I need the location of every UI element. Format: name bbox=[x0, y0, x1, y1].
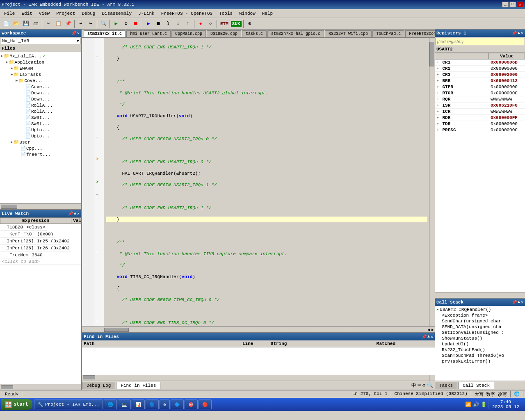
tree-lsxtasks[interactable]: ▶ 📁 LsxTasks bbox=[1, 71, 80, 78]
tree-cove2[interactable]: 📄 Cove... bbox=[1, 84, 80, 90]
find-pin[interactable]: 📌 bbox=[422, 334, 427, 339]
save-button[interactable]: 💾 bbox=[21, 19, 30, 28]
breakpoint-button[interactable]: ● bbox=[196, 19, 205, 28]
tab-tasks[interactable]: Tasks bbox=[435, 382, 457, 389]
tab-call-stack[interactable]: Call Stack bbox=[458, 382, 494, 389]
reg-row-rqr[interactable]: + RQR WWWWWWWW bbox=[435, 96, 525, 103]
taskbar-item-iar[interactable]: 🔧 Project - IAR Emb... bbox=[34, 399, 103, 409]
code-hscroll[interactable]: ◀ ▶ bbox=[82, 326, 435, 332]
register-search-input[interactable] bbox=[436, 38, 524, 45]
tree-down2[interactable]: 📄 Down... bbox=[1, 96, 80, 102]
tree-application[interactable]: ▶ 📁 Application bbox=[1, 59, 80, 65]
step-out-button[interactable]: ↑ bbox=[183, 19, 192, 28]
taskbar-item-app5[interactable]: ⚙ bbox=[160, 399, 170, 409]
reg-pin[interactable]: 📌 bbox=[512, 31, 517, 36]
tree-swst2[interactable]: 📄 SwSt... bbox=[1, 121, 80, 127]
scroll-left-icon[interactable]: ◀ bbox=[427, 327, 431, 332]
menu-view[interactable]: View bbox=[37, 10, 52, 17]
taskbar-item-app8[interactable]: 🔴 bbox=[199, 399, 212, 409]
live-watch-pin[interactable]: 📌 bbox=[68, 211, 73, 216]
tree-uplo2[interactable]: 📄 UpLo... bbox=[1, 133, 80, 139]
tree-root[interactable]: ▶ 📁 Mx_Hal_IA... ✓ bbox=[1, 53, 80, 59]
watch-row-t18b20[interactable]: + T18B20 <class> bbox=[0, 224, 71, 231]
collapse-btn3[interactable]: − bbox=[96, 193, 98, 197]
collapse-btn1[interactable]: − bbox=[96, 55, 98, 59]
taskbar-item-app2[interactable]: 💻 bbox=[118, 399, 131, 409]
stack-item-prvtaskexit[interactable]: prvTaskExitError() bbox=[436, 358, 524, 364]
menu-tools[interactable]: Tools bbox=[217, 10, 235, 17]
maximize-button[interactable]: □ bbox=[509, 2, 516, 7]
stack-item-sendchar[interactable]: SendChar(unsigned char bbox=[436, 318, 524, 324]
stack-item-updateui[interactable]: UpdateUI() bbox=[436, 341, 524, 347]
watch-hscroll-thumb[interactable] bbox=[1, 385, 13, 389]
menu-help[interactable]: Help bbox=[260, 10, 275, 17]
watch-hscroll[interactable] bbox=[0, 384, 81, 390]
find-close[interactable]: ✕ bbox=[431, 334, 433, 339]
tab-ds18b20[interactable]: DS18B20.cpp bbox=[207, 30, 241, 37]
click-to-add-label[interactable]: <click to add> bbox=[0, 259, 82, 265]
tab-hal-gpio[interactable]: stm32h7xx_hal_gpio.c bbox=[267, 30, 324, 37]
stack-item-usart2[interactable]: ➤USART2_IRQHandler() bbox=[436, 307, 524, 313]
workspace-dropdown[interactable]: Mx_Hal_IAR ▼ bbox=[1, 38, 80, 44]
menu-debug[interactable]: Debug bbox=[79, 10, 98, 17]
tab-tasks[interactable]: tasks.c bbox=[242, 30, 267, 37]
collapse-btn2[interactable]: − bbox=[96, 135, 98, 140]
reg-row-brr[interactable]: + BRR 0x00000412 bbox=[435, 78, 525, 84]
stop-button[interactable]: ⏹ bbox=[131, 19, 140, 28]
stack-item-scanthread[interactable]: ScanTouchPad_Thread6(vo bbox=[436, 353, 524, 358]
kb-icon[interactable]: ⌨ bbox=[418, 382, 421, 388]
stack-item-senddata[interactable]: SEND_DATA(unsigned cha bbox=[436, 324, 524, 330]
stack-item-rs232touchpad[interactable]: Rs232_TouchPad() bbox=[436, 347, 524, 353]
reg-row-presc[interactable]: + PRESC 0x00000000 bbox=[435, 127, 525, 133]
workspace-hscroll[interactable] bbox=[0, 203, 81, 209]
copy-button[interactable]: 📋 bbox=[54, 19, 63, 28]
tree-swst1[interactable]: 📄 SwSt... bbox=[1, 114, 80, 121]
stack-item-showrunstatus[interactable]: ShowRunStatus() bbox=[436, 336, 524, 341]
reg-row-rdr[interactable]: + RDR 0x000000FF bbox=[435, 115, 525, 121]
workspace-close[interactable]: ✕ bbox=[77, 31, 80, 36]
step-into-button[interactable]: ↓ bbox=[173, 19, 183, 28]
reg-expand[interactable]: ▲ bbox=[518, 31, 520, 36]
tree-freert[interactable]: 📄 freert... bbox=[1, 151, 80, 158]
paste-button[interactable]: 📌 bbox=[64, 19, 73, 28]
live-watch-expand[interactable]: ▲ bbox=[74, 211, 76, 216]
watch-row-kert[interactable]: KerT '\0' (0x00) bbox=[0, 231, 71, 238]
tree-user[interactable]: ▶ 📁 User bbox=[1, 139, 80, 145]
taskbar-item-app4[interactable]: 🔵 bbox=[146, 399, 159, 409]
menu-disassembly[interactable]: Disassembly bbox=[99, 10, 134, 17]
reg-row-gtpr[interactable]: + GTPR 0x00000000 bbox=[435, 84, 525, 90]
tab-stm32h7xx-it[interactable]: stm32h7xx_it.c bbox=[84, 30, 126, 37]
tab-find-in-files[interactable]: Find in Files bbox=[116, 382, 160, 389]
tab-hmi-user-uart[interactable]: hmi_user_uart.c bbox=[126, 30, 171, 37]
toolbar-settings[interactable]: ⚙ bbox=[245, 19, 254, 28]
save-all-button[interactable]: 🗃 bbox=[31, 19, 40, 28]
undo-button[interactable]: ↩ bbox=[76, 19, 85, 28]
hscroll-thumb[interactable] bbox=[1, 205, 17, 209]
menu-file[interactable]: File bbox=[2, 10, 17, 17]
debug-stop-button[interactable]: ⏹ bbox=[154, 19, 163, 28]
find-button[interactable]: 🔍 bbox=[99, 19, 108, 28]
code-hscroll-thumb[interactable] bbox=[104, 328, 129, 332]
reg-row-cr2[interactable]: + CR2 0x00000000 bbox=[435, 66, 525, 72]
cs-close[interactable]: ✕ bbox=[521, 300, 523, 305]
vscroll-thumb[interactable] bbox=[429, 42, 434, 66]
find-scroll-bar[interactable] bbox=[82, 375, 429, 381]
tab-rs232at[interactable]: RS232AT_Wifi.cpp bbox=[325, 30, 372, 37]
redo-button[interactable]: ↪ bbox=[86, 19, 95, 28]
tree-cpp[interactable]: 📄 Cpp... bbox=[1, 145, 80, 151]
debug-start-button[interactable]: ▶ bbox=[144, 19, 153, 28]
find-expand[interactable]: ▲ bbox=[427, 334, 430, 339]
tree-ewarm[interactable]: ▶ 📁 EWARM bbox=[1, 65, 80, 71]
menu-edit[interactable]: Edit bbox=[19, 10, 34, 17]
taskbar-item-browser[interactable]: 🌐 bbox=[104, 399, 117, 409]
workspace-pin[interactable]: 📌 bbox=[71, 31, 76, 36]
menu-freertos[interactable]: FreeRTOS - OpenRTOS bbox=[159, 10, 215, 17]
reg-row-cr3[interactable]: + CR3 0x00002000 bbox=[435, 72, 525, 78]
tree-uplo1[interactable]: 📄 UpLo... bbox=[1, 127, 80, 133]
reg-row-cr1[interactable]: + CR1 0x0000006D bbox=[435, 59, 525, 66]
reg-row-isr[interactable]: + ISR 0x006210F0 bbox=[435, 103, 525, 109]
tree-cove1[interactable]: ▶ 📁 Cove... bbox=[1, 78, 80, 84]
reg-row-tdr[interactable]: + TDR 0x00000000 bbox=[435, 121, 525, 127]
new-file-button[interactable]: 📄 bbox=[2, 19, 11, 28]
open-file-button[interactable]: 📂 bbox=[11, 19, 21, 28]
